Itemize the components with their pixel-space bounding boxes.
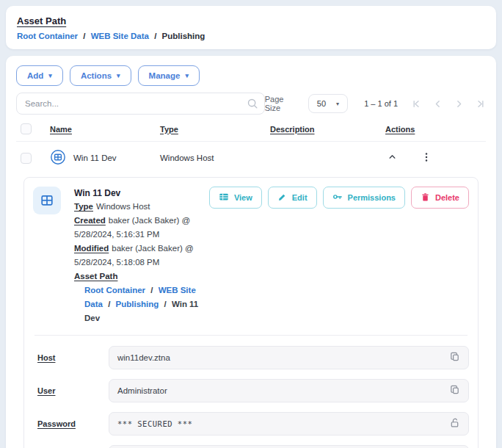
breadcrumb-root-container[interactable]: Root Container	[17, 32, 78, 40]
search-icon	[247, 98, 258, 112]
column-header-description[interactable]: Description	[270, 125, 315, 134]
detail-asset-path-label: Asset Path	[74, 272, 117, 281]
password-value: *** SECURED ***	[117, 419, 192, 428]
breadcrumb-separator: /	[154, 32, 156, 40]
host-label-wrap: Host	[33, 353, 109, 362]
actions-button[interactable]: Actions ▾	[70, 65, 131, 86]
breadcrumb-publishing: Publishing	[162, 32, 205, 40]
breadcrumb-separator: /	[108, 300, 110, 308]
last-page-icon[interactable]	[475, 98, 486, 109]
column-header-type[interactable]: Type	[160, 125, 178, 134]
page: Asset Path Root Container / WEB Site Dat…	[0, 0, 502, 448]
detail-divider	[34, 335, 468, 336]
add-button[interactable]: Add ▾	[16, 65, 63, 86]
detail-type-label: Type	[74, 202, 93, 211]
detail-breadcrumb-root-container[interactable]: Root Container	[84, 286, 145, 295]
host-label: Host	[37, 353, 55, 362]
copy-user-button[interactable]	[448, 383, 462, 399]
row-type-cell: Windows Host	[160, 153, 270, 162]
page-title: Asset Path	[17, 15, 66, 26]
breadcrumb-web-site-data[interactable]: WEB Site Data	[91, 32, 149, 40]
chevron-down-icon: ▾	[336, 101, 339, 107]
detail-head: Win 11 Dev TypeWindows Host Createdbaker…	[33, 187, 469, 325]
copy-icon	[449, 351, 460, 364]
pagination-range: 1 – 1 of 1	[364, 99, 398, 108]
breadcrumb-separator: /	[164, 300, 167, 308]
detail-type-line: TypeWindows Host	[74, 200, 209, 214]
password-label-wrap: Password	[33, 419, 109, 428]
chevron-down-icon: ▾	[185, 73, 189, 79]
asset-list-card: Add ▾ Actions ▾ Manage ▾ Page Size	[6, 56, 496, 448]
key-icon	[332, 192, 343, 203]
row-name-label[interactable]: Win 11 Dev	[73, 153, 117, 162]
detail-type-value: Windows Host	[96, 202, 150, 211]
edit-button-label: Edit	[292, 193, 308, 202]
manage-button[interactable]: Manage ▾	[138, 65, 200, 86]
chevron-up-icon	[387, 151, 398, 165]
user-label-wrap: User	[33, 386, 109, 395]
row-name-cell: Win 11 Dev	[50, 149, 160, 167]
password-label: Password	[37, 419, 76, 428]
add-button-label: Add	[27, 71, 43, 80]
unlock-password-button[interactable]	[448, 416, 462, 432]
column-header-actions: Actions	[385, 125, 415, 134]
user-field-row: User Administrator	[33, 379, 469, 402]
actions-button-label: Actions	[81, 71, 112, 80]
page-size-select[interactable]: 50 ▾	[308, 94, 348, 113]
table-row: Win 11 Dev Windows Host	[16, 142, 486, 174]
user-value-box: Administrator	[109, 379, 469, 402]
detail-created-line: Createdbaker (Jack Baker) @ 5/28/2024, 5…	[74, 214, 209, 242]
detail-meta: Win 11 Dev TypeWindows Host Createdbaker…	[74, 187, 209, 325]
delete-button[interactable]: Delete	[411, 187, 469, 209]
permissions-button[interactable]: Permissions	[323, 187, 405, 209]
tags-field-row: Tags [Application :: Issue Tracking] [Lo…	[33, 445, 469, 448]
detail-asset-path-label-line: Asset Path	[74, 270, 209, 283]
collapse-row-button[interactable]	[385, 150, 399, 166]
detail-modified-label: Modified	[74, 244, 109, 253]
detail-breadcrumb-publishing[interactable]: Publishing	[116, 300, 159, 308]
host-field-row: Host win11dev.ztna	[33, 346, 469, 369]
windows-host-icon	[50, 149, 66, 167]
column-header-name[interactable]: Name	[50, 125, 72, 134]
row-checkbox[interactable]	[21, 153, 32, 164]
manage-button-label: Manage	[149, 71, 181, 80]
breadcrumb: Root Container / WEB Site Data / Publish…	[17, 32, 485, 40]
view-button-label: View	[234, 193, 252, 202]
page-size-label: Page Size	[265, 95, 301, 112]
user-value: Administrator	[117, 386, 167, 395]
asset-detail-panel: Win 11 Dev TypeWindows Host Createdbaker…	[23, 177, 479, 448]
row-menu-button[interactable]	[420, 150, 433, 167]
chevron-down-icon: ▾	[117, 73, 120, 79]
tags-value-box[interactable]: [Application :: Issue Tracking] [Locatio…	[109, 445, 469, 448]
view-button[interactable]: View	[209, 187, 262, 209]
edit-button[interactable]: Edit	[268, 187, 317, 209]
copy-host-button[interactable]	[448, 350, 462, 366]
detail-modified-line: Modifiedbaker (Jack Baker) @ 5/28/2024, …	[74, 242, 209, 270]
password-field-row: Password *** SECURED ***	[33, 412, 469, 436]
breadcrumb-separator: /	[83, 32, 85, 40]
toolbar: Add ▾ Actions ▾ Manage ▾	[16, 65, 486, 86]
prev-page-icon[interactable]	[432, 98, 443, 109]
kebab-menu-icon	[421, 151, 432, 165]
breadcrumb-separator: /	[150, 286, 153, 295]
pencil-icon	[277, 192, 287, 203]
select-all-checkbox[interactable]	[21, 123, 32, 134]
page-size-value: 50	[317, 99, 326, 108]
copy-icon	[449, 384, 460, 397]
search-pagination-row: Page Size 50 ▾ 1 – 1 of 1	[16, 93, 486, 115]
host-value: win11dev.ztna	[117, 353, 170, 362]
row-actions-cell	[385, 150, 486, 167]
next-page-icon[interactable]	[454, 98, 465, 109]
trash-icon	[421, 192, 430, 203]
search-wrap	[16, 93, 265, 115]
delete-button-label: Delete	[435, 193, 459, 202]
search-input[interactable]	[16, 93, 265, 115]
permissions-button-label: Permissions	[348, 193, 396, 202]
detail-actions: View Edit Permissions	[209, 187, 469, 209]
table-icon	[219, 192, 229, 203]
asset-path-header-card: Asset Path Root Container / WEB Site Dat…	[6, 6, 496, 49]
chevron-down-icon: ▾	[48, 73, 52, 79]
first-page-icon[interactable]	[411, 98, 422, 109]
user-label: User	[37, 386, 55, 395]
detail-title: Win 11 Dev	[74, 187, 209, 200]
